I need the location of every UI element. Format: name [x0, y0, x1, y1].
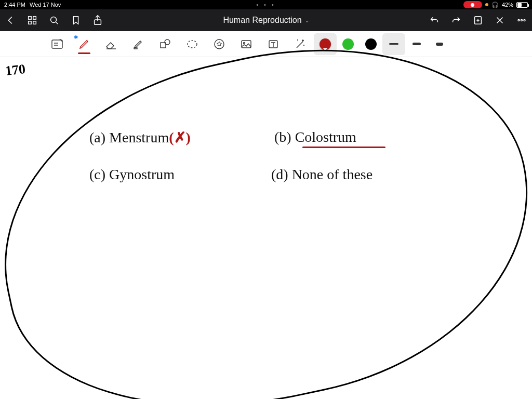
add-page-button[interactable] — [472, 14, 484, 26]
svg-rect-1 — [33, 17, 36, 20]
svg-rect-19 — [134, 48, 137, 49]
battery-icon — [516, 2, 528, 8]
lasso-tool[interactable] — [179, 33, 206, 55]
svg-line-5 — [56, 22, 58, 24]
screen-record-indicator[interactable] — [463, 1, 482, 8]
option-d-text: (d) None of these — [271, 166, 373, 182]
option-c-text: (c) Gynostrum — [89, 166, 175, 182]
svg-point-23 — [215, 39, 224, 49]
share-button[interactable] — [91, 14, 104, 26]
svg-rect-3 — [33, 21, 36, 24]
grid-view-button[interactable] — [26, 14, 38, 26]
headphones-icon: 🎧 — [491, 2, 499, 8]
shape-tool[interactable] — [152, 33, 179, 55]
eraser-tool[interactable] — [98, 33, 125, 55]
highlighter-tool[interactable] — [125, 33, 152, 55]
option-b-text: (b) Colostrum — [274, 129, 385, 145]
mic-in-use-indicator — [485, 3, 488, 6]
option-a-wrong-mark: (✗) — [169, 129, 191, 145]
document-title-button[interactable]: Human Reproduction ⌄ — [223, 16, 309, 25]
undo-button[interactable] — [428, 14, 441, 26]
chevron-down-icon: ⌄ — [305, 18, 309, 23]
svg-point-14 — [524, 20, 525, 21]
redo-button[interactable] — [450, 14, 462, 26]
svg-rect-0 — [29, 17, 32, 20]
svg-point-12 — [518, 20, 520, 21]
svg-point-21 — [165, 39, 170, 45]
option-a: (a) Menstrum(✗) — [89, 129, 191, 146]
option-d: (d) None of these — [271, 166, 373, 183]
more-button[interactable] — [515, 14, 528, 26]
image-tool[interactable] — [233, 33, 260, 55]
svg-point-13 — [521, 20, 523, 21]
svg-point-4 — [51, 17, 57, 23]
tool-bar: ✱ — [0, 31, 532, 57]
title-bar: Human Reproduction ⌄ — [0, 9, 532, 31]
stroke-thin[interactable] — [382, 33, 405, 55]
option-a-text: (a) Menstrum — [89, 129, 169, 145]
status-bar: 2:44 PM Wed 17 Nov • • • 🎧 42% — [0, 0, 532, 9]
search-button[interactable] — [48, 14, 60, 26]
option-b: (b) Colostrum — [274, 129, 385, 148]
bluetooth-icon: ✱ — [74, 34, 78, 40]
page-number-text: 170 — [5, 61, 26, 79]
stroke-medium[interactable] — [405, 33, 428, 55]
status-center-dots: • • • — [256, 2, 276, 8]
note-canvas[interactable]: 170 (a) Menstrum(✗) (b) Colostrum (c) Gy… — [0, 57, 532, 399]
status-time: 2:44 PM — [4, 2, 25, 8]
battery-percentage: 42% — [502, 2, 513, 8]
option-c: (c) Gynostrum — [89, 166, 175, 183]
svg-rect-15 — [52, 40, 62, 48]
favorites-tool[interactable] — [206, 33, 233, 55]
back-button[interactable] — [4, 14, 17, 26]
bookmark-button[interactable] — [70, 14, 82, 26]
pen-tool[interactable]: ✱ — [71, 33, 98, 55]
status-date: Wed 17 Nov — [30, 2, 61, 8]
option-b-underline — [302, 147, 385, 148]
svg-point-22 — [188, 41, 197, 48]
close-button[interactable] — [494, 14, 506, 26]
svg-point-25 — [244, 42, 245, 44]
svg-rect-24 — [242, 41, 251, 48]
svg-rect-2 — [29, 21, 32, 24]
selected-tool-indicator — [78, 52, 90, 54]
document-title: Human Reproduction — [223, 16, 301, 25]
read-mode-tool[interactable] — [44, 33, 71, 55]
page-number-annotation: 170 — [0, 57, 33, 87]
stroke-thick[interactable] — [428, 33, 451, 55]
